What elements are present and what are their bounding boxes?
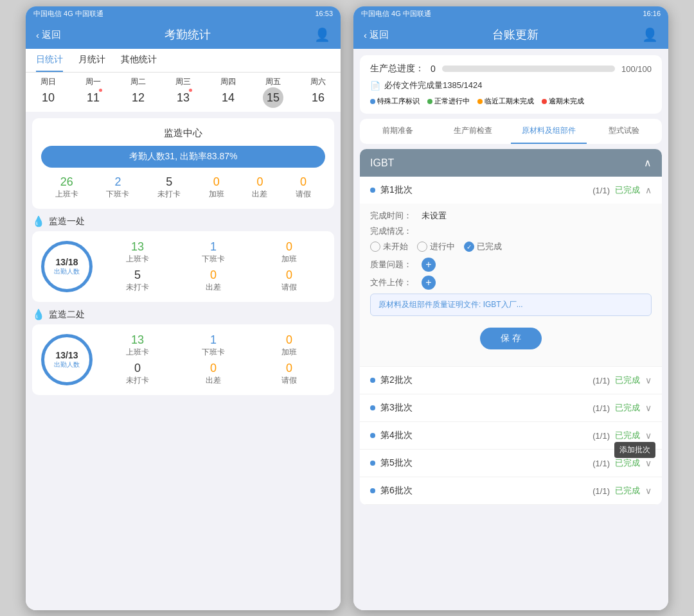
dept2-stats: 13 上班卡 1 下班卡 0 加班 0 未打卡 <box>102 333 325 386</box>
cal-day-4[interactable]: 周四 14 <box>206 76 251 108</box>
batch-6-dot <box>370 488 375 493</box>
batch-3-dot <box>370 405 375 410</box>
back-button-right[interactable]: ‹ 返回 <box>364 29 389 41</box>
stat-xiaban: 2 下班卡 <box>106 175 129 200</box>
batch-1-state-row: 完成情况： <box>370 225 652 237</box>
batch-6-status: 已完成 <box>615 485 640 497</box>
tab-monthly[interactable]: 月统计 <box>78 54 105 72</box>
batch-4-count: (1/1) <box>592 431 610 441</box>
batch-5-name: 第5批次 <box>380 457 587 469</box>
d2-qingjia: 0 请假 <box>253 362 325 386</box>
status-bar-left: 中国电信 4G 中国联通 16:53 <box>26 6 341 21</box>
batch-5-dot <box>370 461 375 466</box>
batch-2-chevron[interactable]: ∨ <box>645 375 652 385</box>
batch-1-chevron[interactable]: ∧ <box>645 185 652 195</box>
batch-5-chevron[interactable]: ∨ <box>645 458 652 468</box>
cal-day-6[interactable]: 周六 16 <box>296 76 341 108</box>
batch-1-count: (1/1) <box>592 186 610 195</box>
tab-daily[interactable]: 日统计 <box>36 54 63 72</box>
radio-completed[interactable]: ✓ 已完成 <box>464 241 502 252</box>
batch-2-status: 已完成 <box>615 374 640 386</box>
legend-overdue: 逾期未完成 <box>542 96 584 106</box>
batch-1-time-row: 完成时间： 未设置 <box>370 210 652 222</box>
batch-4-chevron[interactable]: ∨ <box>645 430 652 441</box>
d1-shangban: 13 上班卡 <box>102 240 174 265</box>
progress-value: 0 <box>431 64 436 74</box>
stat-jiaban: 0 加班 <box>209 175 224 200</box>
cal-day-1[interactable]: 周一 11 <box>71 76 116 108</box>
quality-add-btn[interactable]: + <box>422 258 436 272</box>
attendance-badge: 考勤人数31, 出勤率83.87% <box>41 146 325 168</box>
status-bar-left-right: 16:53 <box>315 10 333 17</box>
back-label-left: 返回 <box>42 29 61 41</box>
radio-not-started[interactable]: 未开始 <box>370 241 408 252</box>
file-link[interactable]: 原材料及组部件质量证明文件: IGBT入厂... <box>370 294 652 316</box>
file-add-btn[interactable]: + <box>422 276 436 290</box>
add-batch-tooltip: 添加批次 <box>614 442 655 458</box>
save-row: 保 存 <box>370 320 652 360</box>
batch-2-dot <box>370 378 375 383</box>
user-icon-left[interactable]: 👤 <box>314 27 330 42</box>
d1-jiaban: 0 加班 <box>253 240 325 265</box>
cal-day-5[interactable]: 周五 15 <box>251 76 296 108</box>
igbt-collapse-icon[interactable]: ∧ <box>644 157 652 169</box>
batch-5-count: (1/1) <box>592 459 610 468</box>
state-label: 完成情况： <box>370 225 422 237</box>
back-chevron-left: ‹ <box>36 30 39 40</box>
stat-chuchai: 0 出差 <box>252 175 267 200</box>
stat-shangban: 26 上班卡 <box>55 175 78 200</box>
legend-row: 特殊工序标识 正常进行中 临近工期未完成 逾期未完成 <box>370 96 652 106</box>
legend-special: 特殊工序标识 <box>370 96 420 106</box>
batch-6-header: 第6批次 (1/1) 已完成 ∨ <box>360 477 662 504</box>
back-button-left[interactable]: ‹ 返回 <box>36 29 61 41</box>
tab-other[interactable]: 其他统计 <box>121 54 157 72</box>
tab-materials[interactable]: 原材料及组部件 <box>511 119 587 144</box>
cal-day-0[interactable]: 周日 10 <box>26 76 71 108</box>
batch-6-name: 第6批次 <box>380 485 587 497</box>
cal-day-3[interactable]: 周三 13 <box>161 76 206 108</box>
dept1-stats: 13 上班卡 1 下班卡 0 加班 5 未打卡 <box>102 240 325 293</box>
stat-weida: 5 未打卡 <box>157 175 181 200</box>
d1-weida: 5 未打卡 <box>102 268 174 293</box>
dept1-card: 13/18 出勤人数 13 上班卡 1 下班卡 0 加班 <box>32 231 334 302</box>
phone-right: 中国电信 4G 中国联通 16:16 ‹ 返回 台账更新 👤 生产总进度： 0 <box>353 6 668 610</box>
batch-2-name: 第2批次 <box>380 374 587 386</box>
radio-in-progress-circle <box>417 242 427 252</box>
d2-weida: 0 未打卡 <box>102 362 174 386</box>
section-dept1-title: 💧 监造一处 <box>32 215 334 227</box>
batch-3-chevron[interactable]: ∨ <box>645 403 652 413</box>
radio-completed-circle: ✓ <box>464 242 474 252</box>
batch-1-status: 已完成 <box>615 184 640 196</box>
status-bar-right: 中国电信 4G 中国联通 16:16 <box>353 6 668 21</box>
tab-precheck[interactable]: 生产前检查 <box>436 119 512 144</box>
status-bar-right-text: 中国电信 4G 中国联通 <box>361 9 431 19</box>
dept2-card: 13/13 出勤人数 13 上班卡 1 下班卡 0 加班 <box>32 324 334 395</box>
progress-row: 生产总进度： 0 100/100 <box>370 63 652 75</box>
status-bar-right-time: 16:16 <box>643 10 661 17</box>
right-phone-content: 生产总进度： 0 100/100 📄 必传文件完成量1385/1424 特殊工序… <box>353 49 668 610</box>
d1-qingjia: 0 请假 <box>253 268 325 293</box>
cal-day-2[interactable]: 周二 12 <box>116 76 161 108</box>
radio-in-progress[interactable]: 进行中 <box>417 241 455 252</box>
batch-5-status: 已完成 <box>615 457 640 469</box>
batch-2: 第2批次 (1/1) 已完成 ∨ <box>360 367 662 394</box>
save-button[interactable]: 保 存 <box>480 328 542 349</box>
batch-1-name: 第1批次 <box>380 184 587 196</box>
time-label: 完成时间： <box>370 210 422 222</box>
user-icon-right[interactable]: 👤 <box>642 27 658 42</box>
tab-preparation[interactable]: 前期准备 <box>360 119 436 144</box>
upload-label: 文件上传： <box>370 277 422 288</box>
batch-2-header: 第2批次 (1/1) 已完成 ∨ <box>360 367 662 394</box>
batch-1: 第1批次 (1/1) 已完成 ∧ 完成时间： 未设置 完成情况： <box>360 177 662 367</box>
center-name: 监造中心 <box>41 127 325 139</box>
batch-1-upload-row: 文件上传： + <box>370 276 652 290</box>
header-title-right: 台账更新 <box>492 27 538 42</box>
batch-6-chevron[interactable]: ∨ <box>645 486 652 496</box>
radio-not-started-circle <box>370 242 380 252</box>
d1-xiaban: 1 下班卡 <box>177 240 249 265</box>
calendar-row: 周日 10 周一 11 周二 12 周三 13 周四 14 周五 15 <box>26 73 341 112</box>
tab-type-test[interactable]: 型式试验 <box>587 119 663 144</box>
time-value: 未设置 <box>422 210 447 222</box>
progress-bar-container <box>442 66 615 72</box>
phone-left: 中国电信 4G 中国联通 16:53 ‹ 返回 考勤统计 👤 日统计 月统计 其… <box>26 6 341 610</box>
